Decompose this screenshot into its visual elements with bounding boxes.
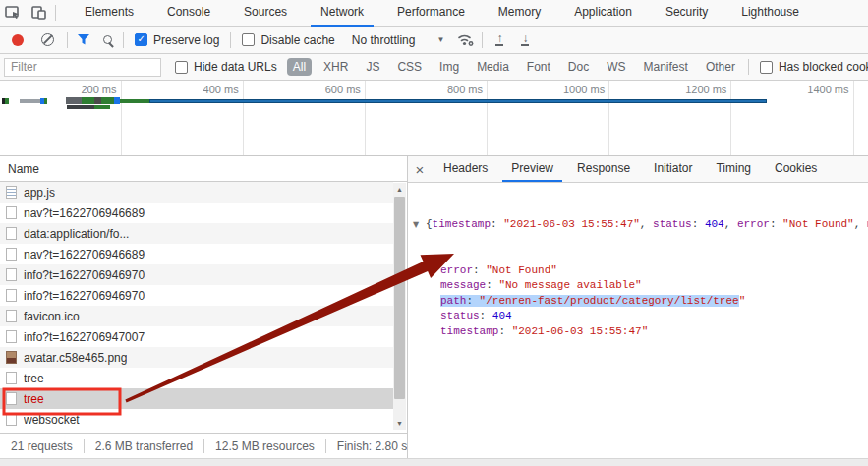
- detail-tabs: HeadersPreviewResponseInitiatorTimingCoo…: [432, 156, 829, 182]
- tab-memory[interactable]: Memory: [489, 0, 550, 27]
- request-row[interactable]: info?t=1622706947007: [0, 326, 393, 347]
- waterfall-segment: [44, 98, 47, 104]
- json-token: timestamp: [433, 218, 491, 230]
- type-filter-img[interactable]: Img: [434, 58, 465, 76]
- preserve-log-checkbox[interactable]: Preserve log: [135, 33, 219, 47]
- json-colon: :: [466, 295, 479, 307]
- request-row[interactable]: nav?t=1622706946689: [0, 203, 393, 223]
- request-row[interactable]: favicon.ico: [0, 306, 393, 326]
- type-filter-manifest[interactable]: Manifest: [638, 58, 694, 76]
- hide-data-urls-checkbox[interactable]: Hide data URLs: [175, 60, 277, 74]
- devtools-window: ElementsConsoleSourcesNetworkPerformance…: [0, 0, 868, 466]
- json-value: "2021-06-03 15:55:47": [512, 325, 649, 337]
- request-row[interactable]: tree: [0, 388, 393, 409]
- type-filter-ws[interactable]: WS: [601, 58, 631, 76]
- disclosure-triangle-icon[interactable]: ▼: [413, 217, 426, 233]
- checkbox-unchecked-icon[interactable]: [175, 61, 188, 74]
- tab-headers[interactable]: Headers: [434, 156, 496, 182]
- json-token: error: [737, 218, 770, 230]
- timeline-tick-label: 400 ms: [160, 84, 239, 95]
- waterfall-segment: [82, 97, 94, 104]
- timeline-gridline: [365, 81, 366, 155]
- json-field-timestamp: timestamp: "2021-06-03 15:55:47": [413, 324, 868, 340]
- tab-preview[interactable]: Preview: [502, 156, 562, 182]
- tab-response[interactable]: Response: [568, 156, 639, 182]
- waterfall-segment: [149, 99, 767, 103]
- network-conditions-icon[interactable]: [454, 29, 478, 52]
- type-filter-js[interactable]: JS: [360, 58, 385, 76]
- has-blocked-cookies-checkbox[interactable]: Has blocked cookies: [760, 60, 868, 74]
- type-filter-doc[interactable]: Doc: [562, 58, 595, 76]
- import-har-icon[interactable]: ↑: [495, 33, 503, 46]
- json-colon: :: [480, 310, 492, 321]
- chevron-down-icon[interactable]: ▼: [436, 35, 444, 44]
- waterfall-segment: [5, 98, 9, 104]
- timeline-tick-label: 1400 ms: [771, 84, 849, 95]
- divider: [67, 32, 68, 48]
- tab-application[interactable]: Application: [564, 0, 642, 27]
- search-icon[interactable]: [95, 29, 119, 52]
- request-row[interactable]: avatar.c58e465.png: [0, 347, 393, 368]
- tab-cookies[interactable]: Cookies: [766, 156, 826, 182]
- type-filter-css[interactable]: CSS: [391, 58, 428, 76]
- clear-icon[interactable]: [41, 33, 54, 46]
- json-token: 404: [705, 218, 724, 230]
- has-blocked-cookies-label: Has blocked cookies: [779, 60, 868, 74]
- json-key: path: [440, 295, 466, 307]
- tab-performance[interactable]: Performance: [387, 0, 475, 27]
- type-filter-font[interactable]: Font: [521, 58, 556, 76]
- json-token: "2021-06-03 15:55:47": [503, 218, 640, 230]
- timeline-overview[interactable]: 200 ms400 ms600 ms800 ms1000 ms1200 ms14…: [0, 81, 868, 156]
- checkbox-checked-icon[interactable]: [135, 33, 147, 46]
- type-filter-xhr[interactable]: XHR: [318, 58, 354, 76]
- details-tabbar: × HeadersPreviewResponseInitiatorTimingC…: [408, 156, 868, 183]
- throttling-select[interactable]: No throttling: [352, 33, 416, 47]
- type-filter-other[interactable]: Other: [700, 58, 741, 76]
- record-button[interactable]: [12, 34, 24, 46]
- timeline-gridline: [487, 81, 488, 155]
- name-column-header[interactable]: Name: [0, 156, 407, 182]
- timeline-gridline: [243, 81, 244, 155]
- disable-cache-checkbox[interactable]: Disable cache: [242, 33, 334, 47]
- file-icon: [6, 372, 17, 384]
- request-row[interactable]: tree: [0, 368, 393, 388]
- request-name: data:application/fo...: [24, 227, 129, 241]
- type-filter-media[interactable]: Media: [471, 58, 515, 76]
- tab-initiator[interactable]: Initiator: [645, 156, 701, 182]
- main-tabs: ElementsConsoleSourcesNetworkPerformance…: [68, 0, 816, 27]
- close-icon[interactable]: ×: [408, 156, 432, 182]
- tab-sources[interactable]: Sources: [234, 0, 297, 27]
- file-icon: [6, 227, 17, 240]
- waterfall-segment: [101, 97, 114, 104]
- request-row[interactable]: websocket: [0, 409, 393, 430]
- scrollbar-up-icon[interactable]: ▲: [393, 183, 406, 196]
- request-row[interactable]: app.js: [0, 182, 393, 203]
- device-toolbar-icon[interactable]: [26, 0, 51, 26]
- status-item: 12.5 MB resources: [203, 439, 325, 453]
- scrollbar-thumb[interactable]: [394, 197, 405, 399]
- tab-console[interactable]: Console: [157, 0, 220, 27]
- divider: [482, 32, 483, 48]
- request-row[interactable]: info?t=1622706946970: [0, 285, 393, 306]
- tab-elements[interactable]: Elements: [75, 0, 144, 27]
- export-har-icon[interactable]: ↓: [521, 33, 529, 46]
- checkbox-unchecked-icon[interactable]: [760, 61, 773, 74]
- filter-input[interactable]: [4, 58, 161, 77]
- filter-funnel-icon[interactable]: [72, 29, 95, 52]
- tab-timing[interactable]: Timing: [707, 156, 760, 182]
- tab-network[interactable]: Network: [311, 0, 374, 27]
- request-row[interactable]: data:application/fo...: [0, 223, 393, 244]
- divider: [55, 5, 56, 21]
- tab-lighthouse[interactable]: Lighthouse: [731, 0, 809, 27]
- tab-security[interactable]: Security: [656, 0, 718, 27]
- scrollbar-down-icon[interactable]: ▼: [393, 417, 406, 430]
- timeline-tick-label: 1000 ms: [526, 84, 605, 95]
- request-name: info?t=1622706946970: [24, 268, 145, 282]
- request-row[interactable]: nav?t=1622706946689: [0, 244, 393, 264]
- inspect-element-icon[interactable]: [0, 0, 26, 26]
- type-filter-all[interactable]: All: [287, 58, 312, 76]
- json-key: error: [440, 264, 473, 276]
- json-token: {: [426, 218, 433, 230]
- request-row[interactable]: info?t=1622706946970: [0, 264, 393, 285]
- checkbox-unchecked-icon[interactable]: [242, 33, 255, 46]
